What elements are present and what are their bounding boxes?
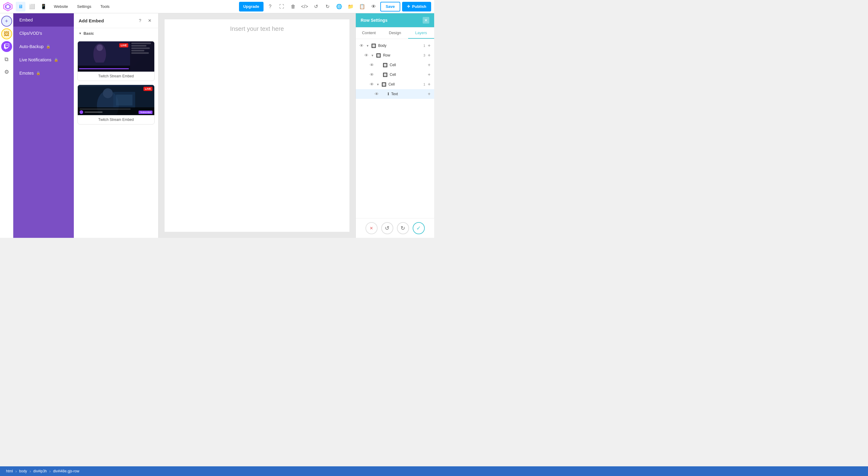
help-btn[interactable]: ? <box>265 2 275 11</box>
embed-card-2[interactable]: LIVE Subscribe ▶ Twitch Stream Embed <box>78 84 155 125</box>
layer-eye-body[interactable]: 👁 <box>360 43 364 48</box>
layer-count-row: 3 <box>424 54 425 57</box>
emotes-lock-icon: 🔒 <box>36 71 40 75</box>
upgrade-btn[interactable]: Upgrade <box>239 2 264 11</box>
layer-eye-cell-2[interactable]: 👁 <box>370 72 374 77</box>
menu-item-clips[interactable]: Clips/VOD's <box>13 27 74 40</box>
menu-item-live-notifications[interactable]: Live Notifications 🔒 <box>13 53 74 67</box>
action-cancel-btn[interactable]: × <box>366 222 378 234</box>
emotes-label: Emotes <box>19 71 34 75</box>
embed-items: LIVE ▶ Twitch Stream Embed <box>74 39 158 127</box>
add-element-btn[interactable]: + <box>1 16 12 27</box>
layer-name-body: Body <box>378 43 422 48</box>
panel-close-btn[interactable]: ✕ <box>146 17 153 24</box>
app-logo <box>3 2 13 11</box>
cell-2-icon: 🔲 <box>383 72 388 77</box>
right-panel-header: Row Settings ✕ <box>356 13 434 28</box>
autobackup-lock-icon: 🔒 <box>46 44 51 49</box>
menu-item-autobackup[interactable]: Auto-Backup 🔒 <box>13 40 74 53</box>
website-nav-btn[interactable]: Website <box>50 2 72 11</box>
layer-name-cell-2: Cell <box>390 72 427 77</box>
images-btn[interactable]: 🖼 <box>1 28 12 39</box>
layer-row-text[interactable]: 👁 𝐈 Text + <box>356 89 434 99</box>
right-panel-close-btn[interactable]: ✕ <box>423 17 429 24</box>
tablet-view-btn[interactable]: ⬜ <box>27 2 37 11</box>
svg-point-8 <box>103 88 113 98</box>
canvas-content: Insert your text here <box>164 19 349 232</box>
layer-add-row[interactable]: + <box>428 53 431 58</box>
autobackup-label: Auto-Backup <box>19 44 43 49</box>
cell-1-icon: 🔲 <box>383 63 388 67</box>
panel-title: Add Embed <box>79 18 104 23</box>
menu-item-emotes[interactable]: Emotes 🔒 <box>13 67 74 80</box>
layer-add-cell-3[interactable]: + <box>428 81 431 87</box>
layer-expand-cell-3[interactable]: ▼ <box>376 83 379 86</box>
basic-section-header[interactable]: ▼ Basic <box>74 28 158 39</box>
layer-row-cell-3[interactable]: 👁 ▼ 🔲 Cell 1 + <box>356 79 434 89</box>
layer-add-cell-1[interactable]: + <box>428 62 431 68</box>
layer-add-text[interactable]: + <box>428 91 431 97</box>
layer-row-cell-1[interactable]: 👁 🔲 Cell + <box>356 60 434 70</box>
svg-point-5 <box>96 45 103 51</box>
globe-btn[interactable]: 🌐 <box>334 2 344 11</box>
twitch-btn[interactable] <box>1 41 12 52</box>
layer-add-cell-2[interactable]: + <box>428 72 431 77</box>
layer-name-text: Text <box>391 92 427 96</box>
cell-3-icon: 🔲 <box>381 82 386 87</box>
embed-card-1[interactable]: LIVE ▶ Twitch Stream Embed <box>78 41 155 81</box>
canvas-area[interactable]: Insert your text here <box>158 13 355 238</box>
tab-layers[interactable]: Layers <box>408 28 434 39</box>
layer-expand-body[interactable]: ▼ <box>366 44 369 47</box>
delete-btn[interactable]: 🗑 <box>288 2 298 11</box>
folder-btn[interactable]: 📁 <box>346 2 355 11</box>
layer-add-body[interactable]: + <box>428 43 431 48</box>
preview-btn[interactable]: 👁 <box>369 2 378 11</box>
live-notifications-lock-icon: 🔒 <box>54 58 58 62</box>
layer-eye-row[interactable]: 👁 <box>364 53 369 58</box>
action-redo-btn[interactable]: ↻ <box>397 222 409 234</box>
row-icon: 🔲 <box>376 53 381 58</box>
panel-header-actions: ? ✕ <box>136 17 153 24</box>
layers-btn[interactable]: ⧉ <box>1 54 12 65</box>
publish-icon: ✈ <box>407 4 410 9</box>
tab-content[interactable]: Content <box>356 28 382 39</box>
section-chevron-icon: ▼ <box>79 32 82 35</box>
layer-name-row: Row <box>383 53 422 58</box>
code-btn[interactable]: </> <box>300 2 310 11</box>
layer-count-body: 1 <box>424 44 425 47</box>
menu-item-embed[interactable]: Embed <box>13 13 74 27</box>
layer-row-row[interactable]: 👁 ▼ 🔲 Row 3 + <box>356 50 434 60</box>
expand-btn[interactable]: ⛶ <box>277 2 286 11</box>
panel-help-btn[interactable]: ? <box>136 17 144 24</box>
layer-name-cell-3: Cell <box>389 82 422 87</box>
layer-eye-cell-1[interactable]: 👁 <box>370 63 374 67</box>
layer-row-cell-2[interactable]: 👁 🔲 Cell + <box>356 70 434 79</box>
settings-nav-btn[interactable]: Settings <box>73 2 95 11</box>
clips-label: Clips/VOD's <box>19 31 42 36</box>
layer-count-cell-3: 1 <box>424 82 425 86</box>
tools-nav-btn[interactable]: Tools <box>97 2 113 11</box>
save-btn[interactable]: Save <box>380 2 400 11</box>
settings-btn[interactable]: ⚙ <box>1 67 12 77</box>
tab-design[interactable]: Design <box>382 28 408 39</box>
layer-name-cell-1: Cell <box>390 63 427 67</box>
menu-panel: Embed Clips/VOD's Auto-Backup 🔒 Live Not… <box>13 13 74 238</box>
desktop-view-btn[interactable]: 🖥 <box>16 2 25 11</box>
action-undo-btn[interactable]: ↺ <box>381 222 393 234</box>
layers-tree: 👁 ▼ 🔲 Body 1 + 👁 ▼ 🔲 Row 3 + 👁 🔲 <box>356 39 434 218</box>
panel-header: Add Embed ? ✕ <box>74 13 158 28</box>
live-badge-1: LIVE <box>119 43 128 47</box>
publish-btn[interactable]: ✈ Publish <box>402 2 431 11</box>
redo-btn[interactable]: ↻ <box>323 2 333 11</box>
layer-row-body[interactable]: 👁 ▼ 🔲 Body 1 + <box>356 41 434 50</box>
copy-btn[interactable]: 📋 <box>357 2 367 11</box>
right-panel-actions: × ↺ ↻ ✓ <box>356 218 434 238</box>
layer-eye-text[interactable]: 👁 <box>375 92 379 96</box>
right-panel-tabs: Content Design Layers <box>356 28 434 39</box>
mobile-view-btn[interactable]: 📱 <box>39 2 49 11</box>
action-confirm-btn[interactable]: ✓ <box>413 222 425 234</box>
undo-btn[interactable]: ↺ <box>311 2 321 11</box>
layer-expand-row[interactable]: ▼ <box>371 54 374 57</box>
layer-eye-cell-3[interactable]: 👁 <box>370 82 374 87</box>
svg-rect-10 <box>116 95 132 105</box>
